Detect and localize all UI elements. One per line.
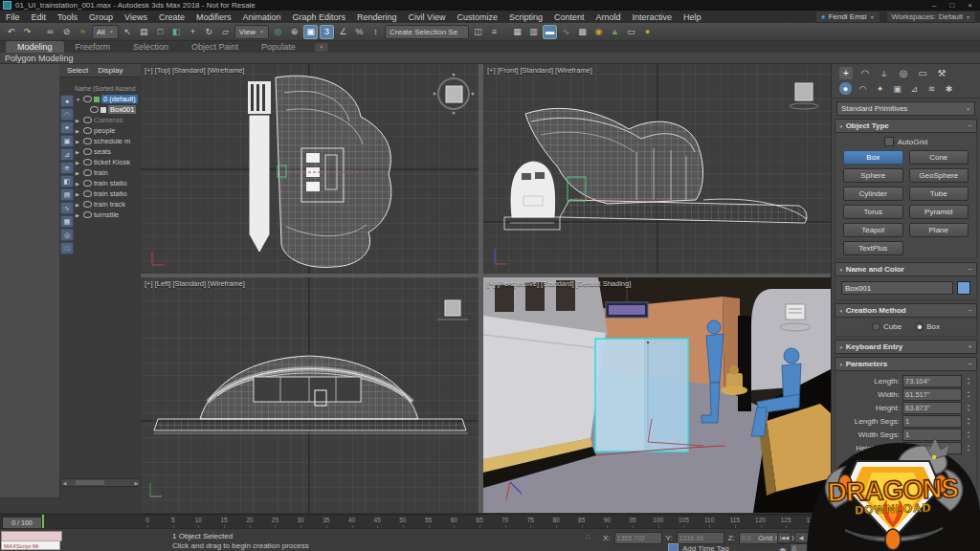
object-name-field[interactable]: Box001 [841,281,953,295]
time-slider-playhead[interactable] [42,515,44,529]
visibility-eye-icon[interactable] [83,180,92,187]
timeline-tick-80[interactable]: 80 [552,517,559,523]
redo-icon[interactable]: ↷ [20,25,34,39]
filter-materials-icon[interactable]: ◎ [60,229,74,241]
menu-tools[interactable]: Tools [52,12,83,22]
helpers-category-icon[interactable]: ⊿ [908,82,921,95]
filter-xrefs-icon[interactable]: ▤ [60,188,74,201]
explorer-row-0-default-[interactable]: ▼0 (default) [75,94,141,104]
undo-icon[interactable]: ↶ [4,25,18,39]
timeline-tick-50[interactable]: 50 [399,517,406,523]
explorer-menu-select[interactable]: Select [67,66,88,75]
create-box-button[interactable]: Box [843,150,903,165]
shapes-category-icon[interactable]: ◠ [857,82,869,95]
spinner-down-icon[interactable]: ▼ [965,395,972,400]
create-tab-icon[interactable]: + [839,67,853,79]
timeline-tick-45[interactable]: 45 [374,517,381,523]
rollout-creation-method-header[interactable]: ●Creation Method − [835,303,977,318]
parameter-length--field[interactable]: 73.104" [902,375,962,387]
explorer-horizontal-scrollbar[interactable]: ◀ ▶ [60,478,141,487]
ribbon-tab-selection[interactable]: Selection [122,41,180,53]
close-button[interactable]: × [968,1,972,10]
menu-group[interactable]: Group [83,12,119,22]
tree-collapsed-icon[interactable]: ▶ [76,149,81,155]
select-and-rotate-icon[interactable]: ↻ [202,25,216,39]
ribbon-tab-freeform[interactable]: Freeform [64,41,122,53]
keyboard-shortcut-override-icon[interactable]: ▣ [303,25,318,39]
timeline-tick-105[interactable]: 105 [679,517,689,523]
toggle-ribbon-icon[interactable]: ▬ [543,25,557,39]
menu-graph-editors[interactable]: Graph Editors [286,12,351,22]
explorer-row-train-track[interactable]: ▶train track [75,199,141,209]
mirror-icon[interactable]: ◫ [471,25,485,39]
selection-lock-icon[interactable]: ∴ [586,533,590,541]
timeline-tick-95[interactable]: 95 [629,517,635,523]
viewport-front-label[interactable]: [+] [Front] [Standard] [Wireframe] [487,66,592,75]
filter-cameras-icon[interactable]: ▣ [60,135,74,147]
viewport-perspective-label[interactable]: [+] [Perspective] [Standard] [Default Sh… [487,279,631,288]
create-torus-button[interactable]: Torus [843,205,903,219]
explorer-column-header[interactable]: Name (Sorted Ascend [75,85,141,92]
go-to-start-button[interactable]: |◀◀ [777,532,791,543]
utilities-tab-icon[interactable]: ⚒ [935,67,948,79]
filter-spacewarps-icon[interactable]: ≋ [60,162,74,174]
menu-civil-view[interactable]: Civil View [403,12,452,22]
rollout-name-color-header[interactable]: ●Name and Color − [835,262,977,276]
spinner-control[interactable]: ▲▼ [965,404,972,412]
geometry-category-icon[interactable]: ● [839,82,852,95]
snaps-toggle-3d-icon[interactable]: 3 [320,25,334,39]
toggle-scene-explorer-icon[interactable]: ▦ [510,25,524,39]
add-time-tag[interactable]: Add Time Tag [682,544,729,551]
viewport-perspective[interactable]: [+] [Perspective] [Standard] [Default Sh… [483,277,831,513]
tree-expanded-icon[interactable]: ▼ [76,97,81,102]
explorer-row-schedule-m[interactable]: ▶schedule m [75,136,141,146]
select-and-move-icon[interactable]: + [186,25,200,39]
ribbon-tab-object-paint[interactable]: Object Paint [180,41,250,53]
menu-interactive[interactable]: Interactive [626,12,678,22]
create-pyramid-button[interactable]: Pyramid [909,205,969,219]
timeline-tick-20[interactable]: 20 [246,517,253,523]
scroll-left-icon[interactable]: ◀ [61,480,68,486]
material-editor-icon[interactable]: ◉ [591,25,606,39]
create-cone-button[interactable]: Cone [909,150,969,165]
primitive-category-dropdown[interactable]: Standard Primitives ▼ [836,101,975,116]
ribbon-panel-label[interactable]: Polygon Modeling [0,53,980,64]
select-by-name-icon[interactable]: ▤ [137,25,151,39]
menu-arnold[interactable]: Arnold [590,12,626,22]
menu-views[interactable]: Views [119,12,153,22]
timeline-tick-10[interactable]: 10 [195,517,202,523]
systems-category-icon[interactable]: ✱ [943,82,955,95]
curve-editor-icon[interactable]: ∿ [559,25,573,39]
tree-collapsed-icon[interactable]: ▶ [76,181,81,187]
align-icon[interactable]: ≡ [487,25,501,39]
maxscript-listener-label[interactable]: MAXScript Mi [1,540,60,550]
menu-animation[interactable]: Animation [236,12,286,22]
create-textplus-button[interactable]: TextPlus [843,241,903,255]
explorer-row-train-statio[interactable]: ▶train statio [75,188,141,199]
lights-category-icon[interactable]: ✦ [874,82,886,95]
angle-snap-icon[interactable]: ∠ [336,25,350,39]
tree-collapsed-icon[interactable]: ▶ [76,212,81,218]
visibility-eye-icon[interactable] [83,96,92,102]
selection-filter-dropdown[interactable]: All▼ [92,25,119,39]
percent-snap-icon[interactable]: % [352,25,367,39]
visibility-eye-icon[interactable] [83,117,92,123]
visibility-eye-icon[interactable] [83,148,92,155]
tree-collapsed-icon[interactable]: ▶ [76,191,81,197]
visibility-eye-icon[interactable] [83,201,92,208]
menu-scripting[interactable]: Scripting [503,12,548,22]
schematic-view-icon[interactable]: ▩ [575,25,590,39]
timeline-tick-0[interactable]: 0 [145,517,149,523]
spinner-control[interactable]: ▲▼ [965,377,972,386]
timeline-tick-125[interactable]: 125 [781,517,791,523]
rollout-parameters-header[interactable]: ●Parameters − [835,357,977,371]
motion-tab-icon[interactable]: ◎ [897,67,910,79]
timeline-tick-40[interactable]: 40 [348,517,355,523]
spinner-down-icon[interactable]: ▼ [965,408,972,413]
filter-shapes-icon[interactable]: ◠ [60,108,74,121]
render-production-icon[interactable]: ● [640,25,655,39]
timeline-tick-85[interactable]: 85 [578,517,585,523]
unlink-selection-icon[interactable]: ⊘ [59,25,74,39]
object-color-swatch[interactable] [957,281,970,295]
explorer-row-ticket-kiosk[interactable]: ▶ticket Kiosk [75,157,141,167]
